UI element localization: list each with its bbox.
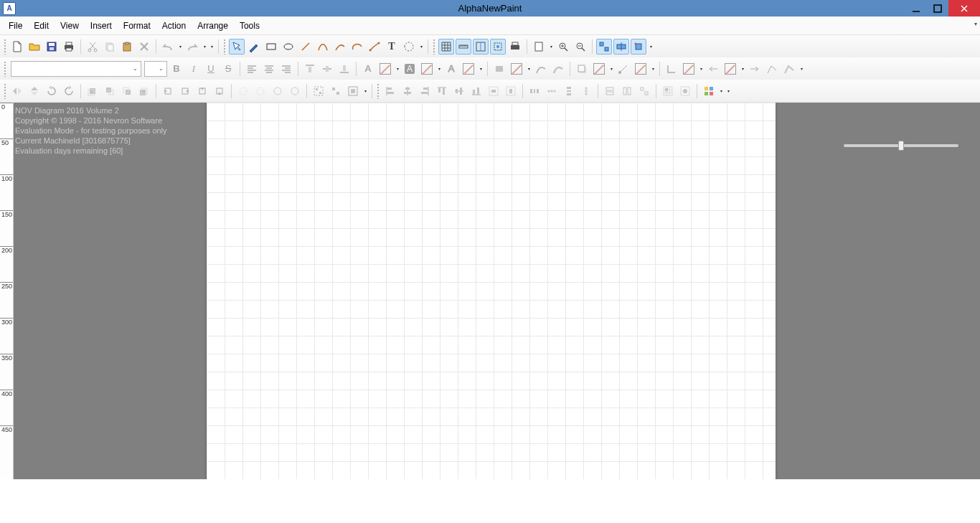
bezier-tool[interactable]: [315, 39, 331, 55]
rotate-cw-large-button[interactable]: [287, 83, 303, 99]
flip-horizontal-button[interactable]: [9, 83, 25, 99]
align-left-button[interactable]: [244, 61, 260, 77]
same-width-button[interactable]: [602, 83, 618, 99]
rotate-left-button[interactable]: [44, 83, 60, 99]
align-right-button[interactable]: [278, 61, 294, 77]
distribute-h-spacing-button[interactable]: [544, 83, 560, 99]
toolbar-grip[interactable]: [4, 83, 6, 99]
valign-top-button[interactable]: [302, 61, 318, 77]
shadow-dropdown[interactable]: ▾: [608, 66, 614, 71]
size-to-grid-button[interactable]: [660, 83, 676, 99]
format-overflow[interactable]: ▾: [798, 66, 804, 71]
rulers-toggle[interactable]: [456, 39, 471, 55]
underline-button[interactable]: U: [203, 61, 219, 77]
align-page-v-button[interactable]: [503, 83, 519, 99]
new-button[interactable]: [9, 39, 25, 55]
align-rights-button[interactable]: [417, 83, 433, 99]
toolbar-grip[interactable]: [223, 39, 226, 55]
connector-tool[interactable]: [367, 39, 382, 55]
elliptical-arc-tool[interactable]: [349, 39, 365, 55]
rotate-ccw-large-button[interactable]: [270, 83, 286, 99]
distribute-h-button[interactable]: [527, 83, 542, 99]
font-fill-button[interactable]: [377, 61, 393, 77]
group-button[interactable]: [311, 83, 326, 99]
tools-overflow[interactable]: ▾: [418, 44, 424, 49]
minimize-button[interactable]: [905, 0, 927, 17]
ellipse-tool[interactable]: [281, 39, 296, 55]
align-tops-button[interactable]: [434, 83, 450, 99]
align-lefts-button[interactable]: [382, 83, 398, 99]
arrow-begin-button[interactable]: [705, 61, 721, 77]
paste-button[interactable]: [119, 39, 135, 55]
menu-edit[interactable]: Edit: [28, 18, 55, 34]
bring-forward-button[interactable]: [102, 83, 118, 99]
menubar-overflow-icon[interactable]: ▾: [974, 21, 977, 27]
nudge-right-button[interactable]: [177, 83, 193, 99]
pointer-tool[interactable]: [229, 39, 245, 55]
align-page-h-button[interactable]: [486, 83, 501, 99]
corner-dropdown[interactable]: ▾: [698, 66, 704, 71]
strikethrough-button[interactable]: S: [220, 61, 236, 77]
pan-tool[interactable]: [401, 39, 417, 55]
valign-middle-button[interactable]: [319, 61, 335, 77]
bring-front-button[interactable]: [85, 83, 100, 99]
align-to-grid-button[interactable]: [677, 83, 693, 99]
grid-toggle[interactable]: [438, 39, 454, 55]
send-backward-button[interactable]: [119, 83, 135, 99]
stroke-style-picker[interactable]: [764, 61, 780, 77]
text-outline-dropdown[interactable]: ▾: [478, 66, 484, 71]
align-middles-button[interactable]: [451, 83, 467, 99]
rotate-right-button[interactable]: [61, 83, 77, 99]
geometry-fill-dropdown[interactable]: ▾: [526, 66, 532, 71]
distribute-v-spacing-button[interactable]: [578, 83, 594, 99]
open-button[interactable]: [27, 39, 42, 55]
undo-button[interactable]: [160, 39, 176, 55]
rotate-cw-small-button[interactable]: [253, 83, 268, 99]
valign-bottom-button[interactable]: [336, 61, 352, 77]
draw-tool[interactable]: [246, 39, 262, 55]
toolbar1-overflow[interactable]: ▾: [209, 44, 215, 49]
menu-file[interactable]: File: [3, 18, 28, 34]
zoom-in-button[interactable]: [555, 39, 571, 55]
maximize-button[interactable]: [927, 0, 948, 17]
shadow-fill-button[interactable]: [591, 61, 607, 77]
shadow-button[interactable]: [574, 61, 590, 77]
delete-button[interactable]: [136, 39, 152, 55]
close-button[interactable]: [948, 0, 980, 17]
same-size-button[interactable]: [636, 83, 652, 99]
same-height-button[interactable]: [619, 83, 635, 99]
page-setup-button[interactable]: [531, 39, 547, 55]
menu-tools[interactable]: Tools: [234, 18, 265, 34]
toolbar-grip[interactable]: [4, 39, 6, 55]
nudge-down-button[interactable]: [212, 83, 227, 99]
text-outline-button[interactable]: A: [443, 61, 459, 77]
print-button[interactable]: [61, 39, 77, 55]
italic-button[interactable]: I: [186, 61, 202, 77]
zoom-slider[interactable]: [844, 144, 958, 147]
stroke-style-button[interactable]: [533, 61, 549, 77]
text-bg-dropdown[interactable]: ▾: [436, 66, 442, 71]
undo-dropdown[interactable]: ▾: [177, 44, 183, 49]
arrange-overflow[interactable]: ▾: [725, 88, 731, 93]
layout-button[interactable]: [701, 83, 717, 99]
font-color-button[interactable]: A: [360, 61, 376, 77]
redo-dropdown[interactable]: ▾: [202, 44, 207, 49]
drawing-page[interactable]: [207, 103, 776, 479]
snap-toggle-2[interactable]: [613, 39, 629, 55]
geometry-fill-swatch[interactable]: [509, 61, 524, 77]
view-overflow[interactable]: ▾: [648, 44, 654, 49]
print-preview-button[interactable]: [507, 39, 523, 55]
page-setup-dropdown[interactable]: ▾: [548, 44, 554, 49]
align-centers-button[interactable]: [400, 83, 415, 99]
corner-fill-button[interactable]: [681, 61, 697, 77]
ports-toggle[interactable]: [490, 39, 506, 55]
ungroup-button[interactable]: [328, 83, 344, 99]
distribute-v-button[interactable]: [561, 83, 577, 99]
align-center-button[interactable]: [261, 61, 277, 77]
menu-format[interactable]: Format: [118, 18, 156, 34]
text-outline-fill-button[interactable]: [461, 61, 476, 77]
save-button[interactable]: [44, 39, 60, 55]
copy-button[interactable]: [102, 39, 118, 55]
snap-toggle-1[interactable]: [596, 39, 612, 55]
guides-toggle[interactable]: [473, 39, 489, 55]
